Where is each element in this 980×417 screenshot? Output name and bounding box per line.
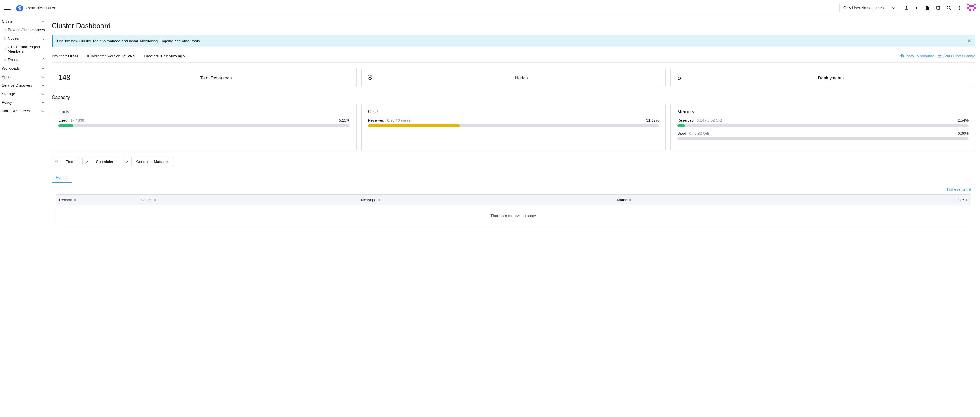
summary-cards: 148Total Resources3Nodes5Deployments: [52, 68, 975, 87]
badge-icon: [938, 54, 942, 58]
chevron-down-icon: [41, 92, 45, 95]
sidebar-group-apps[interactable]: Apps: [0, 73, 47, 81]
circle-icon: [3, 29, 6, 31]
sidebar-group-cluster[interactable]: Cluster: [0, 17, 47, 25]
sort-icon: [378, 198, 381, 201]
circle-icon: [3, 37, 6, 40]
square-icon: [3, 59, 6, 61]
sidebar-group-storage[interactable]: Storage: [0, 90, 47, 98]
capacity-row: Reserved0.14 / 5.52 GiB2.54%: [677, 118, 969, 127]
capacity-row: Used0 / 5.82 GiB0.00%: [677, 131, 969, 140]
health-chip-etcd: Etcd: [52, 157, 78, 166]
chevron-down-icon: [891, 6, 895, 10]
sidebar-group-more-resources[interactable]: More Resources: [0, 106, 47, 115]
menu-toggle-icon[interactable]: [3, 5, 11, 11]
gear-icon: [900, 54, 904, 58]
check-icon: [52, 157, 61, 166]
capacity-row: Reserved0.95 / 3 cores31.67%: [368, 118, 659, 127]
chevron-down-icon: [41, 67, 45, 70]
copy-config-icon[interactable]: [933, 3, 943, 13]
sidebar-group-service-discovery[interactable]: Service Discovery: [0, 81, 47, 90]
created-meta: Created: 3.7 hours ago: [144, 54, 185, 58]
svg-rect-16: [969, 5, 974, 7]
col-name[interactable]: Name: [614, 195, 806, 205]
svg-rect-21: [938, 55, 942, 55]
summary-card-nodes: 3Nodes: [361, 68, 666, 87]
search-icon[interactable]: [943, 3, 954, 13]
check-icon: [83, 157, 91, 166]
svg-rect-15: [974, 3, 976, 5]
events-empty-row: There are no rows to show.: [56, 205, 971, 226]
events-tabs: Events: [52, 173, 975, 183]
chevron-down-icon: [41, 109, 45, 113]
namespace-selector[interactable]: Only User Namespaces: [840, 3, 898, 13]
svg-point-12: [959, 9, 960, 10]
close-icon[interactable]: ✕: [967, 38, 971, 44]
col-date[interactable]: Date: [806, 195, 971, 205]
events-table-header: Reason Object Message Name Date: [56, 195, 971, 205]
progress-bar: [677, 124, 969, 127]
install-monitoring-link[interactable]: Install Monitoring: [900, 54, 934, 58]
tab-events[interactable]: Events: [52, 173, 72, 183]
sort-icon: [965, 198, 968, 201]
svg-rect-20: [973, 9, 974, 11]
progress-bar: [59, 124, 350, 127]
summary-card-deployments: 5Deployments: [670, 68, 975, 87]
svg-point-9: [947, 6, 950, 9]
progress-bar: [368, 124, 659, 127]
sidebar: Cluster Projects/NamespacesNodes3Cluster…: [0, 16, 47, 417]
info-banner-text: Use the new Cluster Tools to manage and …: [57, 39, 200, 43]
kubernetes-logo-icon: [16, 4, 24, 12]
events-table: Reason Object Message Name Date There ar…: [56, 194, 971, 227]
col-reason[interactable]: Reason: [56, 195, 138, 205]
svg-rect-17: [967, 7, 969, 9]
progress-bar: [677, 138, 969, 140]
chevron-up-icon: [41, 20, 45, 23]
sort-icon: [73, 198, 76, 201]
health-chip-controller-manager: Controller Manager: [123, 157, 174, 166]
user-avatar[interactable]: [967, 3, 977, 13]
chevron-down-icon: [41, 76, 45, 78]
cluster-meta-row: Provider: Other Kubernetes Version: v1.2…: [52, 51, 975, 63]
svg-rect-23: [938, 57, 942, 57]
health-chip-scheduler: Scheduler: [82, 157, 118, 166]
kebab-menu-icon[interactable]: [954, 3, 965, 13]
col-object[interactable]: Object: [138, 195, 358, 205]
capacity-card-cpu: CPUReserved0.95 / 3 cores31.67%: [361, 104, 666, 151]
full-events-list-link[interactable]: Full events list: [947, 187, 971, 192]
sort-icon: [154, 198, 157, 201]
info-banner: Use the new Cluster Tools to manage and …: [52, 35, 975, 47]
sidebar-item-nodes[interactable]: Nodes3: [0, 34, 47, 43]
page-title: Cluster Dashboard: [52, 22, 975, 30]
chevron-down-icon: [41, 101, 45, 104]
sidebar-item-projects-namespaces[interactable]: Projects/Namespaces: [0, 25, 47, 34]
capacity-row: Used17 / 3305.15%: [59, 118, 350, 127]
sidebar-item-events[interactable]: Events0: [0, 55, 47, 64]
namespace-selector-label: Only User Namespaces: [843, 6, 884, 10]
main-content: Cluster Dashboard Use the new Cluster To…: [47, 16, 980, 417]
svg-point-11: [959, 7, 960, 8]
circle-icon: [3, 48, 6, 50]
svg-rect-18: [974, 7, 976, 9]
svg-rect-22: [938, 56, 942, 56]
sidebar-group-policy[interactable]: Policy: [0, 98, 47, 106]
chevron-down-icon: [41, 84, 45, 87]
provider-meta: Provider: Other: [52, 54, 78, 58]
file-icon[interactable]: [923, 3, 933, 13]
cluster-name[interactable]: example-cluster: [27, 6, 56, 10]
sort-icon: [628, 198, 632, 201]
check-icon: [123, 157, 132, 166]
shell-icon[interactable]: [912, 3, 923, 13]
sidebar-group-workloads[interactable]: Workloads: [0, 64, 47, 73]
capacity-cards: PodsUsed17 / 3305.15%CPUReserved0.95 / 3…: [52, 104, 975, 151]
k8s-version-meta: Kubernetes Version: v1.26.9: [87, 54, 135, 58]
upload-icon[interactable]: [901, 3, 912, 13]
top-header: example-cluster Only User Namespaces: [0, 0, 980, 16]
health-row: EtcdSchedulerController Manager: [52, 157, 975, 166]
add-cluster-badge-link[interactable]: Add Cluster Badge: [938, 54, 975, 58]
summary-card-total-resources: 148Total Resources: [52, 68, 356, 87]
capacity-card-memory: MemoryReserved0.14 / 5.52 GiB2.54%Used0 …: [670, 104, 975, 151]
sidebar-item-cluster-and-project-members[interactable]: Cluster and Project Members: [0, 43, 47, 55]
col-message[interactable]: Message: [358, 195, 614, 205]
svg-rect-14: [967, 3, 969, 5]
